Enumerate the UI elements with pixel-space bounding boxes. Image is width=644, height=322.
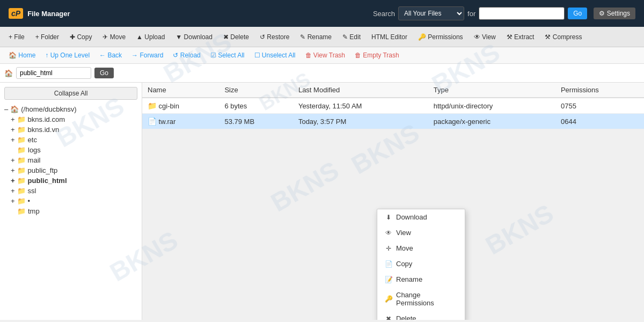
- context-menu-item-copy[interactable]: 📄Copy: [377, 256, 465, 272]
- tree-item-etc[interactable]: + 📁 etc: [2, 135, 140, 145]
- permissions-button[interactable]: 🔑 Permissions: [414, 31, 467, 43]
- context-menu: ⬇Download👁View✛Move📄Copy📝Rename🔑Change P…: [377, 209, 465, 320]
- cell-modified: Today, 3:57 PM: [293, 114, 428, 129]
- path-go-button[interactable]: Go: [94, 68, 114, 78]
- copy-button[interactable]: ✚ Copy: [65, 31, 96, 43]
- tree-toggle-public-ftp: +: [11, 166, 15, 174]
- tree-toggle-mail: +: [11, 156, 15, 164]
- context-menu-label: Copy: [396, 260, 412, 268]
- col-header-name[interactable]: Name: [142, 83, 219, 98]
- context-menu-item-download[interactable]: ⬇Download: [377, 209, 465, 225]
- top-bar: cP File Manager Search All Your Files Fi…: [0, 0, 644, 27]
- tree-label-mail: mail: [28, 156, 41, 164]
- context-menu-item-rename[interactable]: 📝Rename: [377, 272, 465, 287]
- tree-item-dot[interactable]: + 📁 •: [2, 196, 140, 206]
- tree-folder-icon-bkns-id-vn: 📁: [17, 126, 26, 134]
- content-area: Name Size Last Modified Type Permissions…: [142, 83, 644, 320]
- edit-button[interactable]: ✎ Edit: [338, 31, 365, 43]
- search-input[interactable]: [479, 7, 565, 20]
- sidebar: Collapse All – 🏠 (/home/ducbknsv) + 📁 bk…: [0, 83, 142, 320]
- settings-button[interactable]: ⚙ Settings: [594, 8, 635, 19]
- upload-button[interactable]: ▲ Upload: [132, 31, 169, 43]
- context-menu-item-view[interactable]: 👁View: [377, 225, 465, 240]
- select-all-button[interactable]: ☑ Select All: [206, 49, 249, 61]
- empty-trash-button[interactable]: 🗑 Empty Trash: [350, 49, 404, 61]
- context-menu-icon: 📝: [385, 276, 392, 283]
- move-button[interactable]: ✈ Move: [98, 31, 130, 43]
- search-area: Search All Your Files File Names Only fo…: [373, 6, 635, 20]
- table-row[interactable]: 📁 cgi-bin 6 bytes Yesterday, 11:50 AM ht…: [142, 98, 644, 114]
- tree-folder-icon-root: 🏠: [10, 105, 19, 113]
- tree-label-bkns-id-vn: bkns.id.vn: [28, 126, 60, 134]
- search-scope-select[interactable]: All Your Files File Names Only: [398, 6, 464, 20]
- path-input[interactable]: [16, 67, 91, 79]
- cell-size: 53.79 MB: [219, 114, 292, 129]
- rename-button[interactable]: ✎ Rename: [296, 31, 336, 43]
- context-menu-label: Rename: [396, 275, 422, 283]
- app-title: File Manager: [27, 10, 70, 18]
- tree-item-public-ftp[interactable]: + 📁 public_ftp: [2, 165, 140, 175]
- forward-button[interactable]: → Forward: [127, 49, 167, 61]
- context-menu-label: Move: [396, 244, 413, 252]
- unselect-all-button[interactable]: ☐ Unselect All: [250, 49, 300, 61]
- tree-label-tmp: tmp: [28, 207, 40, 215]
- tree-item-mail[interactable]: + 📁 mail: [2, 155, 140, 165]
- path-bar: 🏠 Go: [0, 64, 644, 83]
- tree-item-ssl[interactable]: + 📁 ssl: [2, 186, 140, 196]
- view-trash-button[interactable]: 🗑 View Trash: [301, 49, 349, 61]
- html-editor-button[interactable]: HTML Editor: [367, 31, 412, 43]
- tree-item-logs[interactable]: 📁 logs: [2, 145, 140, 155]
- tree-label-dot: •: [28, 197, 31, 205]
- col-header-type[interactable]: Type: [428, 83, 555, 98]
- context-menu-icon: 👁: [385, 229, 392, 237]
- context-menu-label: Change Permissions: [396, 291, 457, 307]
- col-header-permissions[interactable]: Permissions: [555, 83, 644, 98]
- context-menu-item-move[interactable]: ✛Move: [377, 240, 465, 256]
- search-go-button[interactable]: Go: [568, 8, 587, 19]
- path-home-icon: 🏠: [4, 69, 13, 77]
- tree-label-logs: logs: [28, 146, 41, 154]
- file-icon: 📄: [148, 117, 157, 126]
- new-folder-button[interactable]: + Folder: [31, 31, 63, 43]
- cell-permissions: 0644: [555, 114, 644, 129]
- tree-label-public-ftp: public_ftp: [28, 166, 58, 174]
- context-menu-item-change-permissions[interactable]: 🔑Change Permissions: [377, 287, 465, 311]
- col-header-modified[interactable]: Last Modified: [293, 83, 428, 98]
- context-menu-item-delete[interactable]: ✖Delete: [377, 311, 465, 320]
- tree-toggle-bkns-id-com: +: [11, 115, 15, 123]
- tree-folder-icon-bkns-id-com: 📁: [17, 115, 26, 123]
- tree-item-public-html[interactable]: + 📁 public_html: [2, 175, 140, 186]
- collapse-all-button[interactable]: Collapse All: [4, 87, 137, 100]
- tree-icon-root: –: [4, 105, 8, 113]
- back-button[interactable]: ← Back: [95, 49, 126, 61]
- cell-name: 📁 cgi-bin: [142, 98, 219, 114]
- cell-size: 6 bytes: [219, 98, 292, 114]
- download-button[interactable]: ▼ Download: [171, 31, 217, 43]
- tree-folder-icon-logs: 📁: [17, 146, 26, 154]
- context-menu-icon: 🔑: [385, 295, 392, 303]
- tree-item-tmp[interactable]: 📁 tmp: [2, 206, 140, 216]
- view-button[interactable]: 👁 View: [470, 31, 500, 43]
- up-one-level-button[interactable]: ↑ Up One Level: [41, 49, 94, 61]
- restore-button[interactable]: ↺ Restore: [255, 31, 294, 43]
- tree-item-root[interactable]: – 🏠 (/home/ducbknsv): [2, 104, 140, 114]
- search-label: Search: [373, 10, 395, 18]
- tree-toggle-public-html: +: [11, 177, 15, 185]
- home-nav-button[interactable]: 🏠 Home: [4, 49, 40, 61]
- tree-item-bkns-id-vn[interactable]: + 📁 bkns.id.vn: [2, 125, 140, 135]
- table-row[interactable]: 📄 tw.rar 53.79 MB Today, 3:57 PM package…: [142, 114, 644, 129]
- nav-bar: 🏠 Home ↑ Up One Level ← Back → Forward ↺…: [0, 47, 644, 64]
- reload-button[interactable]: ↺ Reload: [169, 49, 204, 61]
- col-header-size[interactable]: Size: [219, 83, 292, 98]
- tree-folder-icon-public-ftp: 📁: [17, 166, 26, 174]
- tree-toggle-etc: +: [11, 136, 15, 144]
- tree-item-bkns-id-com[interactable]: + 📁 bkns.id.com: [2, 114, 140, 125]
- tree-folder-icon-public-html: 📁: [17, 177, 26, 185]
- extract-button[interactable]: ⚒ Extract: [502, 31, 539, 43]
- new-file-button[interactable]: + File: [4, 31, 29, 43]
- delete-button[interactable]: ✖ Delete: [219, 31, 253, 43]
- context-menu-label: Download: [396, 213, 427, 221]
- compress-button[interactable]: ⚒ Compress: [540, 31, 586, 43]
- cpanel-icon: cP: [9, 8, 23, 19]
- tree-folder-icon-dot: 📁: [17, 197, 26, 205]
